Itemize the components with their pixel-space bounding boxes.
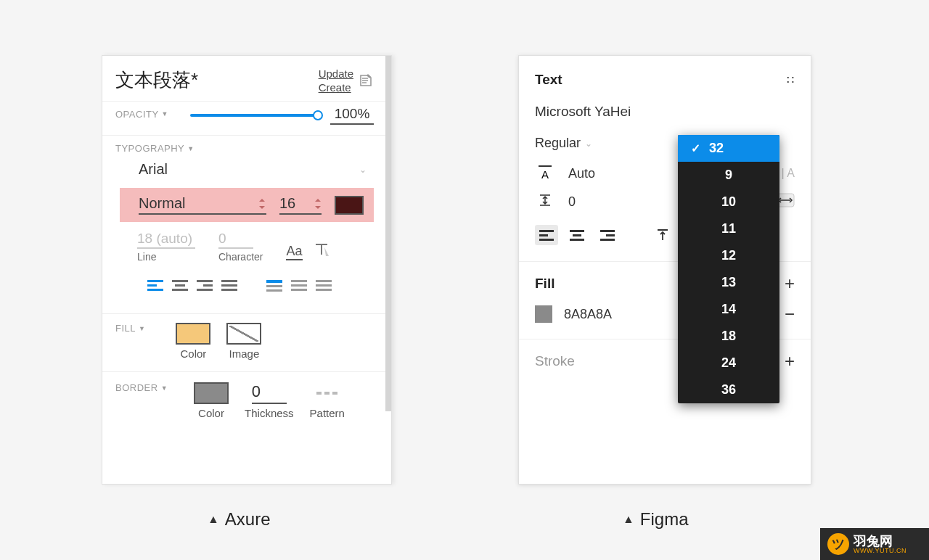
fill-image-swatch[interactable] — [226, 323, 261, 345]
dropdown-item[interactable]: 18 — [678, 323, 779, 350]
chevron-down-icon: ▼ — [162, 110, 168, 118]
align-left-button[interactable] — [535, 225, 558, 245]
watermark: ツ 羽兔网 WWW.YUTU.CN — [820, 528, 929, 560]
axure-caption: ▲ Axure — [208, 509, 271, 530]
character-spacing-label: Character — [218, 251, 263, 263]
line-spacing-label: Line — [137, 251, 156, 263]
scrollbar[interactable] — [385, 56, 391, 411]
figma-caption-text: Figma — [640, 509, 689, 530]
panel-title: 文本段落* — [115, 67, 198, 93]
opacity-label-text: OPACITY — [115, 109, 159, 120]
axure-caption-text: Axure — [225, 509, 271, 530]
update-link[interactable]: Update — [319, 67, 353, 80]
font-size-dropdown: ✓ 32 9 10 11 12 13 14 18 24 36 — [678, 135, 779, 403]
fill-label-text: FILL — [115, 323, 136, 334]
fill-label[interactable]: FILL ▼ — [115, 323, 145, 334]
border-label[interactable]: BORDER ▼ — [115, 382, 168, 393]
stroke-section-title: Stroke — [535, 353, 575, 369]
dropdown-item[interactable]: 11 — [678, 215, 779, 242]
chevron-down-icon: ⌄ — [359, 165, 367, 175]
font-family-select[interactable]: Microsoft YaHei — [519, 101, 811, 130]
styles-icon[interactable]: ∷ — [787, 73, 795, 87]
dropdown-item[interactable]: 9 — [678, 162, 779, 189]
stepper-icon[interactable] — [314, 198, 322, 210]
border-color-label: Color — [198, 407, 224, 419]
text-case-icon[interactable]: Aa — [286, 244, 302, 260]
figma-caption: ▲ Figma — [623, 509, 689, 530]
fill-hex-input[interactable]: 8A8A8A — [564, 307, 612, 322]
watermark-logo-icon: ツ — [827, 533, 849, 555]
chevron-down-icon: ▼ — [187, 145, 194, 152]
font-size-value: 16 — [279, 195, 295, 212]
opacity-label[interactable]: OPACITY ▼ — [115, 109, 168, 120]
valign-bottom-icon[interactable] — [316, 280, 332, 292]
axure-panel: 文本段落* Update Create OPACITY ▼ 100% — [102, 55, 392, 485]
chevron-down-icon: ⌄ — [585, 139, 592, 149]
dropdown-item-selected[interactable]: ✓ 32 — [678, 135, 779, 162]
line-height-icon: A — [535, 165, 555, 181]
text-section-title: Text — [535, 72, 562, 88]
dropdown-item[interactable]: 14 — [678, 296, 779, 323]
align-top-button[interactable] — [651, 225, 674, 245]
dropdown-item[interactable]: 24 — [678, 350, 779, 376]
line-spacing-input[interactable]: 18 (auto) — [137, 231, 195, 249]
paragraph-spacing-input[interactable]: 0 — [568, 194, 576, 210]
typography-label-text: TYPOGRAPHY — [115, 143, 184, 154]
border-pattern-select[interactable] — [310, 382, 345, 404]
triangle-up-icon: ▲ — [208, 513, 219, 526]
align-justify-icon[interactable] — [221, 280, 237, 292]
check-icon: ✓ — [691, 141, 700, 155]
valign-top-icon[interactable] — [266, 280, 282, 292]
paragraph-spacing-icon — [535, 193, 555, 210]
font-weight-select[interactable]: Normal — [139, 195, 266, 215]
border-pattern-label: Pattern — [310, 407, 345, 419]
dropdown-item[interactable]: 13 — [678, 269, 779, 296]
fill-section-title: Fill — [535, 276, 554, 292]
fill-image-label: Image — [229, 347, 260, 360]
font-weight-value: Regular — [535, 136, 581, 151]
letter-spacing-a-icon: | A — [782, 167, 795, 180]
align-right-icon[interactable] — [197, 280, 213, 292]
create-link[interactable]: Create — [319, 81, 351, 94]
opacity-slider[interactable] — [190, 107, 323, 124]
chevron-down-icon: ▼ — [161, 384, 168, 392]
border-thickness-label: Thickness — [245, 407, 294, 419]
font-style-row-highlight: Normal 16 — [120, 188, 374, 222]
fill-color-swatch[interactable] — [176, 323, 210, 345]
border-color-swatch[interactable] — [194, 382, 229, 404]
fill-color-swatch[interactable] — [535, 305, 552, 323]
align-center-button[interactable] — [565, 225, 589, 245]
border-label-text: BORDER — [115, 382, 158, 393]
dropdown-selected-value: 32 — [709, 141, 724, 156]
align-left-icon[interactable] — [147, 280, 163, 292]
add-stroke-button[interactable]: + — [785, 353, 795, 370]
font-weight-value: Normal — [139, 195, 185, 212]
dropdown-item[interactable]: 12 — [678, 242, 779, 269]
remove-fill-button[interactable]: − — [785, 305, 795, 323]
opacity-input[interactable]: 100% — [330, 106, 374, 125]
watermark-url: WWW.YUTU.CN — [854, 548, 907, 554]
fill-color-label: Color — [181, 347, 207, 360]
font-name: Arial — [139, 161, 168, 178]
valign-middle-icon[interactable] — [291, 280, 307, 292]
add-fill-button[interactable]: + — [785, 275, 795, 292]
character-spacing-input[interactable]: 0 — [218, 231, 253, 249]
dropdown-item[interactable]: 10 — [678, 189, 779, 215]
note-icon[interactable] — [358, 73, 374, 88]
align-right-button[interactable] — [596, 225, 619, 245]
triangle-up-icon: ▲ — [623, 513, 634, 526]
font-weight-select[interactable]: Regular ⌄ — [535, 136, 592, 151]
font-color-swatch[interactable] — [335, 196, 364, 215]
border-thickness-input[interactable]: 0 — [252, 382, 287, 404]
align-center-icon[interactable] — [172, 280, 188, 292]
chevron-down-icon: ▼ — [139, 325, 145, 332]
watermark-name: 羽兔网 — [854, 535, 907, 548]
font-size-input[interactable]: 16 — [279, 195, 322, 215]
dropdown-item[interactable]: 36 — [678, 376, 779, 403]
text-transform-icon[interactable] — [314, 242, 329, 260]
typography-label[interactable]: TYPOGRAPHY ▼ — [115, 143, 378, 154]
line-height-input[interactable]: Auto — [568, 166, 595, 181]
font-select[interactable]: Arial ⌄ — [120, 158, 374, 181]
stepper-icon[interactable] — [258, 197, 266, 210]
